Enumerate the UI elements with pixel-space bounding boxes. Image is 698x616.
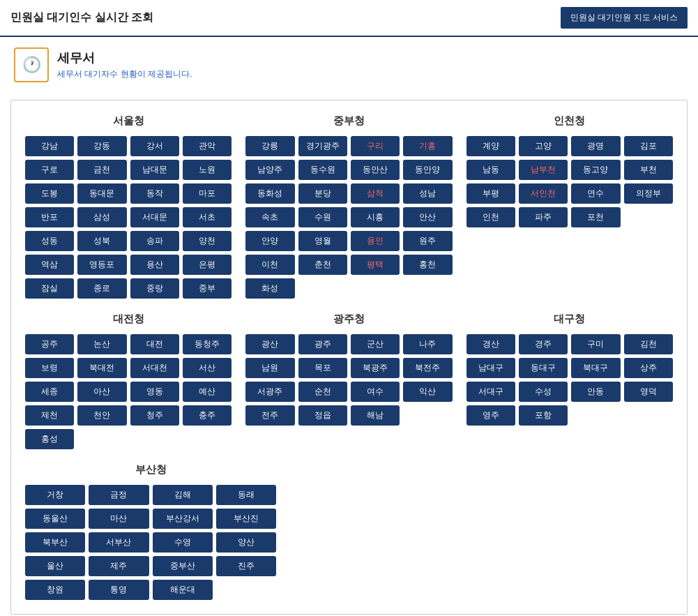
btn-yeonsu[interactable]: 연수	[571, 183, 620, 204]
btn-giheung[interactable]: 기흥	[403, 136, 452, 156]
btn-seodaecheon[interactable]: 서대천	[130, 358, 179, 378]
btn-suyeong[interactable]: 수영	[153, 532, 213, 553]
btn-chuncheon[interactable]: 춘천	[298, 255, 347, 275]
btn-dobong[interactable]: 도봉	[25, 183, 74, 204]
btn-pohang[interactable]: 포항	[519, 405, 568, 426]
btn-bukdaejeon[interactable]: 북대전	[77, 358, 126, 378]
btn-hwaseong[interactable]: 화성	[245, 278, 294, 299]
btn-namyangju[interactable]: 남양주	[245, 160, 294, 180]
btn-yeoksam[interactable]: 역삼	[25, 255, 74, 275]
btn-jamsil[interactable]: 잠실	[25, 278, 74, 299]
btn-geochang[interactable]: 거창	[25, 485, 85, 505]
btn-jinju[interactable]: 진주	[216, 556, 276, 576]
btn-songpa[interactable]: 송파	[130, 231, 179, 251]
btn-suncheon[interactable]: 순천	[298, 382, 347, 402]
btn-masan[interactable]: 마산	[89, 509, 149, 529]
btn-dongansan[interactable]: 동안산	[351, 160, 400, 180]
btn-seongnam[interactable]: 성남	[403, 183, 452, 204]
btn-bupyeong[interactable]: 부평	[466, 183, 515, 204]
btn-yongsan[interactable]: 용산	[130, 255, 179, 275]
map-service-button[interactable]: 민원실 대기인원 지도 서비스	[561, 7, 688, 29]
btn-guri[interactable]: 구리	[351, 136, 400, 156]
btn-gimcheon[interactable]: 김천	[624, 334, 673, 354]
btn-icheon[interactable]: 이천	[245, 255, 294, 275]
btn-gongju[interactable]: 공주	[25, 334, 74, 354]
btn-seogwangju[interactable]: 서광주	[245, 382, 294, 402]
btn-incheon[interactable]: 인천	[466, 207, 515, 227]
btn-daejeon[interactable]: 대전	[130, 334, 179, 354]
btn-yongin[interactable]: 용인	[351, 231, 400, 251]
btn-gyeonggigwangju[interactable]: 경기광주	[298, 136, 347, 156]
btn-busangangseo[interactable]: 부산강서	[153, 509, 213, 529]
btn-jeju[interactable]: 제주	[89, 556, 149, 576]
btn-gyeyang[interactable]: 계양	[466, 136, 515, 156]
btn-seodaemun[interactable]: 서대문	[130, 207, 179, 227]
btn-iksan[interactable]: 익산	[403, 382, 452, 402]
btn-gangneung[interactable]: 강릉	[245, 136, 294, 156]
btn-seongbuk[interactable]: 성북	[77, 231, 126, 251]
btn-ulsan[interactable]: 울산	[25, 556, 85, 576]
btn-gunsan[interactable]: 군산	[351, 334, 400, 354]
btn-gwanak[interactable]: 관악	[183, 136, 232, 156]
btn-jeonju[interactable]: 전주	[245, 405, 294, 426]
btn-changwon[interactable]: 창원	[25, 580, 85, 600]
btn-naju[interactable]: 나주	[403, 334, 452, 354]
btn-gangdong[interactable]: 강동	[77, 136, 126, 156]
btn-yangcheon[interactable]: 양천	[183, 231, 232, 251]
btn-asan[interactable]: 아산	[77, 382, 126, 402]
btn-seodaegu[interactable]: 서대구	[466, 382, 515, 402]
btn-seoincheon[interactable]: 서인천	[519, 183, 568, 204]
btn-dongcheongju[interactable]: 동청주	[183, 334, 232, 354]
btn-seocho[interactable]: 서초	[183, 207, 232, 227]
btn-yesan[interactable]: 예산	[183, 382, 232, 402]
btn-dongnae[interactable]: 동래	[216, 485, 276, 505]
btn-eunpyeong[interactable]: 은평	[183, 255, 232, 275]
btn-sokcho[interactable]: 속초	[245, 207, 294, 227]
btn-guro[interactable]: 구로	[25, 160, 74, 180]
btn-bukbusan[interactable]: 북부산	[25, 532, 85, 553]
btn-donganyang[interactable]: 동안양	[403, 160, 452, 180]
btn-gumi[interactable]: 구미	[571, 334, 620, 354]
btn-bukdaegu[interactable]: 북대구	[571, 358, 620, 378]
btn-yeongdong[interactable]: 영동	[130, 382, 179, 402]
btn-nowon[interactable]: 노원	[183, 160, 232, 180]
btn-donggoyang[interactable]: 동고양	[571, 160, 620, 180]
btn-suwon[interactable]: 수원	[298, 207, 347, 227]
btn-busanjin[interactable]: 부산진	[216, 509, 276, 529]
btn-samcheok[interactable]: 삼척	[351, 183, 400, 204]
btn-geumcheon[interactable]: 금천	[77, 160, 126, 180]
btn-yeosu[interactable]: 여수	[351, 382, 400, 402]
btn-seosan[interactable]: 서산	[183, 358, 232, 378]
btn-geumjeong[interactable]: 금정	[89, 485, 149, 505]
btn-chungju[interactable]: 충주	[183, 405, 232, 426]
btn-sejong[interactable]: 세종	[25, 382, 74, 402]
btn-gyeongsan[interactable]: 경산	[466, 334, 515, 354]
btn-yeongdeok[interactable]: 영덕	[624, 382, 673, 402]
btn-jongno[interactable]: 종로	[77, 278, 126, 299]
btn-pyeongtaek[interactable]: 평택	[351, 255, 400, 275]
btn-pocheon[interactable]: 포천	[571, 207, 620, 227]
btn-bucheon[interactable]: 부천	[624, 160, 673, 180]
btn-wonju[interactable]: 원주	[403, 231, 452, 251]
btn-dongulsan[interactable]: 동울산	[25, 509, 85, 529]
btn-gimpo[interactable]: 김포	[624, 136, 673, 156]
btn-gyeongju[interactable]: 경주	[519, 334, 568, 354]
btn-gwangju2[interactable]: 광주	[298, 334, 347, 354]
btn-suseong[interactable]: 수성	[519, 382, 568, 402]
btn-gwangsan[interactable]: 광산	[245, 334, 294, 354]
btn-namdaegu[interactable]: 남대구	[466, 358, 515, 378]
btn-haenam[interactable]: 해남	[351, 405, 400, 426]
btn-andong[interactable]: 안동	[571, 382, 620, 402]
btn-donghwaseong[interactable]: 동화성	[245, 183, 294, 204]
btn-yeongdeungpo[interactable]: 영등포	[77, 255, 126, 275]
btn-cheonan[interactable]: 천안	[77, 405, 126, 426]
btn-tongyeong[interactable]: 통영	[89, 580, 149, 600]
btn-dongsuwen[interactable]: 동수원	[298, 160, 347, 180]
btn-paju[interactable]: 파주	[519, 207, 568, 227]
btn-namwon[interactable]: 남원	[245, 358, 294, 378]
btn-jungbu[interactable]: 중부	[183, 278, 232, 299]
btn-uijeongbu[interactable]: 의정부	[624, 183, 673, 204]
btn-haeundae[interactable]: 해운대	[153, 580, 213, 600]
btn-nambucheon[interactable]: 남부천	[519, 160, 568, 180]
btn-dongdaegu[interactable]: 동대구	[519, 358, 568, 378]
